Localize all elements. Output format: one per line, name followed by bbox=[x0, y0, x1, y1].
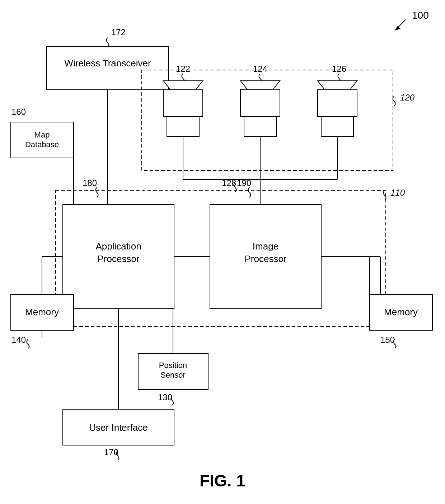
map-database-label-line2: Database bbox=[25, 140, 59, 149]
ref-122: 122 bbox=[176, 64, 190, 74]
ref-180: 180 bbox=[83, 178, 97, 188]
diagram-container: 100 Wireless Transceiver 172 120 122 124 bbox=[0, 0, 445, 504]
ref-124: 124 bbox=[253, 64, 267, 74]
camera1-body bbox=[163, 90, 203, 117]
camera2-lens bbox=[240, 81, 280, 90]
application-processor-label-line2: Processor bbox=[97, 253, 139, 264]
ref-140: 140 bbox=[11, 335, 26, 345]
memory-left-label: Memory bbox=[25, 307, 59, 317]
camera3-body bbox=[318, 90, 357, 117]
image-processor-label-line1: Image bbox=[253, 241, 278, 252]
svg-marker-1 bbox=[395, 26, 400, 31]
memory-right-label: Memory bbox=[384, 307, 418, 317]
figure-label: FIG. 1 bbox=[200, 471, 245, 490]
ref-126: 126 bbox=[332, 64, 346, 74]
camera1-connector bbox=[167, 117, 199, 136]
ref-150: 150 bbox=[380, 335, 395, 345]
position-sensor-label-line1: Position bbox=[159, 361, 187, 370]
wireless-transceiver-label: Wireless Transceiver bbox=[64, 58, 151, 69]
map-database-label-line1: Map bbox=[34, 130, 50, 139]
position-sensor-label-line2: Sensor bbox=[160, 370, 186, 379]
camera3-lens bbox=[318, 81, 357, 90]
camera2-body bbox=[240, 90, 280, 117]
camera2-connector bbox=[244, 117, 276, 136]
camera1-lens bbox=[163, 81, 203, 90]
ref-160: 160 bbox=[11, 107, 26, 117]
ref-110: 110 bbox=[390, 188, 405, 197]
ref-170: 170 bbox=[104, 447, 118, 457]
application-processor-label-line1: Application bbox=[95, 241, 141, 252]
ref-130: 130 bbox=[158, 392, 172, 402]
image-processor-label-line2: Processor bbox=[244, 253, 286, 264]
ref-100: 100 bbox=[412, 10, 429, 21]
user-interface-label: User Interface bbox=[89, 422, 147, 433]
ref-172: 172 bbox=[111, 27, 126, 37]
diagram-svg: 100 Wireless Transceiver 172 120 122 124 bbox=[0, 0, 445, 504]
camera3-connector bbox=[321, 117, 353, 136]
ref-120: 120 bbox=[400, 93, 415, 102]
